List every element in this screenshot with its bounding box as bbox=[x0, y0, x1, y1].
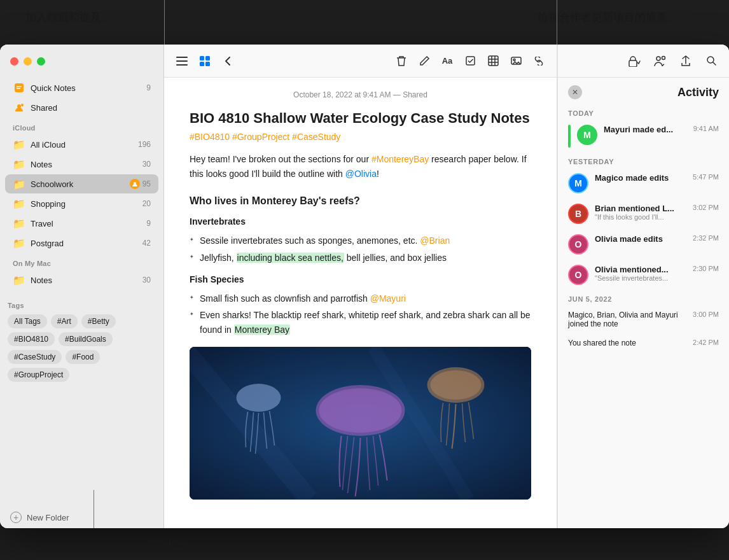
sidebar-item-notes-icloud[interactable]: 📁 Notes 30 bbox=[5, 155, 158, 174]
activity-item-olivia-edits[interactable]: O Olivia made edits 2:32 PM bbox=[558, 229, 729, 260]
tag-all-tags[interactable]: All Tags bbox=[8, 314, 47, 328]
search-button[interactable] bbox=[701, 51, 721, 71]
format-button[interactable]: Aa bbox=[437, 51, 457, 71]
joined-text: Magico, Brian, Olivia and Mayuri joined … bbox=[568, 311, 686, 328]
activity-green-dot bbox=[568, 125, 571, 148]
link-button[interactable] bbox=[529, 51, 549, 71]
brian-text: Brian mentioned L... "If this looks good… bbox=[595, 204, 686, 221]
activity-item-brian[interactable]: B Brian mentioned L... "If this looks go… bbox=[558, 199, 729, 229]
brian-preview: "If this looks good I'll... bbox=[595, 213, 686, 221]
activity-item-mayuri-today[interactable]: M Mayuri made ed... 9:41 AM bbox=[558, 120, 729, 153]
olivia-edits-avatar: O bbox=[568, 234, 588, 255]
tag-buildgoals[interactable]: #BuildGoals bbox=[59, 332, 113, 346]
mayuri-avatar: M bbox=[577, 125, 597, 145]
monterey-bay-link[interactable]: #MontereyBay bbox=[371, 154, 429, 164]
schoolwork-shared-badge bbox=[130, 179, 140, 189]
svg-rect-9 bbox=[200, 56, 204, 60]
media-button[interactable] bbox=[506, 51, 526, 71]
shopping-icon: 📁 bbox=[13, 197, 25, 210]
all-icloud-icon: 📁 bbox=[13, 138, 25, 151]
tag-food[interactable]: #Food bbox=[66, 350, 100, 364]
annotation-activity-summary: 檢視合作者更新項目的摘要。 bbox=[538, 10, 678, 25]
all-icloud-label: All iCloud bbox=[31, 140, 138, 150]
brian-mention[interactable]: @Brian bbox=[420, 235, 450, 246]
sidebar-item-quick-notes[interactable]: Quick Notes 9 bbox=[5, 78, 158, 97]
sidebar-item-schoolwork[interactable]: 📁 Schoolwork 95 bbox=[5, 174, 158, 193]
table-button[interactable] bbox=[483, 51, 503, 71]
mayuri-mention[interactable]: @Mayuri bbox=[370, 293, 406, 304]
sidebar-item-all-icloud[interactable]: 📁 All iCloud 196 bbox=[5, 135, 158, 154]
grid-view-button[interactable] bbox=[195, 51, 215, 71]
magico-name: Magico made edits bbox=[595, 173, 686, 183]
shared-time: 2:42 PM bbox=[693, 339, 719, 346]
svg-rect-13 bbox=[466, 57, 475, 65]
schoolwork-count: 95 bbox=[142, 179, 151, 188]
svg-point-25 bbox=[431, 370, 482, 400]
olivia-mention-time: 2:30 PM bbox=[693, 265, 719, 272]
shared-name: You shared the note bbox=[568, 339, 686, 347]
lock-button[interactable] bbox=[625, 51, 645, 71]
quick-notes-count: 9 bbox=[146, 83, 151, 92]
sidebar-item-shared[interactable]: Shared bbox=[5, 98, 158, 117]
icloud-group-label: iCloud bbox=[0, 118, 163, 134]
checklist-button[interactable] bbox=[460, 51, 480, 71]
close-button[interactable] bbox=[10, 57, 18, 66]
tag-casestudy[interactable]: #CaseStudy bbox=[8, 350, 62, 364]
traffic-lights bbox=[10, 57, 45, 66]
svg-rect-11 bbox=[200, 62, 204, 66]
sidebar-item-shopping[interactable]: 📁 Shopping 20 bbox=[5, 194, 158, 213]
jellyfish-image bbox=[190, 347, 531, 500]
joined-time: 3:00 PM bbox=[693, 311, 719, 318]
brian-time: 3:02 PM bbox=[693, 204, 719, 211]
notes-mac-count: 30 bbox=[142, 276, 151, 284]
tags-section: Tags All Tags #Art #Betty #BIO4810 #Buil… bbox=[0, 290, 163, 387]
notes-mac-icon: 📁 bbox=[13, 274, 25, 286]
tags-group-label: Tags bbox=[8, 295, 156, 314]
olivia-edits-time: 2:32 PM bbox=[693, 234, 719, 242]
postgrad-label: Postgrad bbox=[31, 239, 142, 248]
delete-button[interactable] bbox=[391, 51, 412, 71]
magico-text: Magico made edits bbox=[595, 173, 686, 183]
collaborators-button[interactable] bbox=[650, 51, 670, 71]
magico-avatar: M bbox=[568, 173, 588, 193]
list-view-button[interactable] bbox=[172, 51, 192, 71]
svg-rect-7 bbox=[176, 60, 188, 62]
shopping-count: 20 bbox=[142, 199, 151, 208]
travel-count: 9 bbox=[146, 219, 151, 228]
yesterday-label: YESTERDAY bbox=[558, 153, 729, 168]
shopping-label: Shopping bbox=[31, 199, 142, 209]
olivia-mention[interactable]: @Olivia bbox=[345, 169, 377, 179]
olivia-mention-name: Olivia mentioned... bbox=[595, 265, 686, 274]
tag-betty[interactable]: #Betty bbox=[81, 314, 116, 328]
olivia-edits-text: Olivia made edits bbox=[595, 234, 686, 244]
activity-item-magico[interactable]: M Magico made edits 5:47 PM bbox=[558, 168, 729, 199]
tag-bio4810[interactable]: #BIO4810 bbox=[8, 332, 55, 346]
shared-icon bbox=[13, 101, 25, 114]
tag-groupproject[interactable]: #GroupProject bbox=[8, 368, 69, 382]
jun-label: JUN 5, 2022 bbox=[558, 290, 729, 305]
olivia-edits-name: Olivia made edits bbox=[595, 234, 686, 244]
activity-item-olivia-mention[interactable]: O Olivia mentioned... "Sessile invertebr… bbox=[558, 260, 729, 290]
jellyfish-visual bbox=[190, 347, 531, 500]
back-button[interactable] bbox=[218, 51, 238, 71]
share-button[interactable] bbox=[676, 51, 696, 71]
joined-names: Magico, Brian, Olivia and Mayuri joined … bbox=[568, 311, 686, 328]
new-folder-button[interactable]: + New Folder bbox=[0, 507, 163, 528]
svg-point-31 bbox=[662, 56, 665, 59]
notes-icloud-label: Notes bbox=[31, 160, 142, 169]
note-body: Hey team! I've broken out the sections f… bbox=[190, 152, 531, 500]
note-content-area[interactable]: October 18, 2022 at 9:41 AM — Shared BIO… bbox=[164, 78, 557, 528]
fullscreen-button[interactable] bbox=[37, 57, 45, 66]
sidebar-item-travel[interactable]: 📁 Travel 9 bbox=[5, 214, 158, 233]
activity-close-button[interactable]: ✕ bbox=[568, 85, 582, 99]
quick-notes-icon bbox=[13, 81, 25, 94]
sidebar-item-notes-mac[interactable]: 📁 Notes 30 bbox=[5, 270, 158, 290]
svg-rect-0 bbox=[15, 83, 24, 92]
sidebar-item-postgrad[interactable]: 📁 Postgrad 42 bbox=[5, 234, 158, 253]
tag-art[interactable]: #Art bbox=[51, 314, 78, 328]
svg-rect-6 bbox=[176, 57, 188, 58]
activity-content: TODAY M Mayuri made ed... 9:41 AM YESTER… bbox=[558, 104, 729, 528]
minimize-button[interactable] bbox=[24, 57, 32, 66]
compose-button[interactable] bbox=[414, 51, 434, 71]
activity-header: ✕ Activity bbox=[558, 78, 729, 104]
